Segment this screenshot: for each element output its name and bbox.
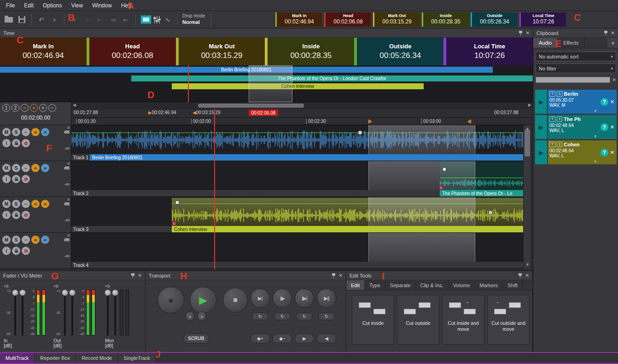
- sort-dropdown[interactable]: No automatic sort ▾: [536, 52, 616, 61]
- collapse-chevrons-icon[interactable]: «: [593, 135, 597, 137]
- fader-left[interactable]: [64, 289, 66, 335]
- zoom-preset-2-button[interactable]: 2: [12, 104, 19, 112]
- pan-curve-icon[interactable]: ılı: [41, 236, 49, 244]
- rewind-button[interactable]: «: [185, 312, 195, 321]
- mark-in-marker-icon[interactable]: [368, 119, 372, 124]
- tab-shift[interactable]: Shift: [503, 280, 523, 290]
- close-icon[interactable]: ✕: [138, 273, 142, 278]
- play-range-button[interactable]: ▶||: [317, 289, 336, 308]
- mixer-icon[interactable]: [154, 16, 160, 24]
- info-button[interactable]: i: [2, 247, 11, 255]
- pin-icon[interactable]: [604, 31, 608, 35]
- tab-separate[interactable]: Separate: [385, 280, 416, 290]
- pin-icon[interactable]: [332, 273, 336, 278]
- menu-item-edit[interactable]: Edit: [20, 1, 38, 10]
- pan-curve-icon[interactable]: ılı: [41, 128, 49, 136]
- remove-item-icon[interactable]: ✕: [610, 124, 615, 130]
- help-icon[interactable]: ?: [601, 98, 608, 106]
- ruler-marker-row[interactable]: 00:01:27.88 ▶00:02:46.94 ◀00:03:15.29 00…: [71, 109, 533, 117]
- scroll-down-icon[interactable]: ▼: [525, 262, 530, 267]
- loop-button[interactable]: ↻: [252, 312, 268, 320]
- play-over-cut-button[interactable]: |▶|: [295, 289, 314, 308]
- zoom-preset-1-button[interactable]: 1: [2, 104, 10, 112]
- remove-item-icon[interactable]: ✕: [610, 150, 615, 156]
- lock-icon[interactable]: [12, 139, 20, 147]
- forward-button[interactable]: »: [197, 312, 207, 321]
- clip-marker[interactable]: [443, 168, 446, 171]
- info-button[interactable]: i: [2, 211, 11, 219]
- lock-icon[interactable]: [12, 247, 20, 255]
- pin-icon[interactable]: [518, 273, 522, 278]
- overview-clip-berlin[interactable]: Berlin Briefing 20180801: [0, 67, 493, 73]
- timeline-ruler[interactable]: ◀ ▶ 00:01:27.88 ▶00:02:46.94 ◀00:03:15.2…: [71, 102, 533, 125]
- tab-effects[interactable]: Effects: [558, 38, 584, 48]
- vertical-scrollbar-thumb[interactable]: [525, 130, 530, 156]
- loop-button[interactable]: ↻: [274, 312, 291, 320]
- fader-right[interactable]: [71, 289, 73, 335]
- pin-icon[interactable]: [131, 273, 135, 278]
- clipboard-item[interactable]: ▶ T 1 Berlin 00:05:30.07 WAV, M « ? ✕: [535, 90, 617, 114]
- close-icon[interactable]: ✕: [611, 30, 615, 35]
- fader-knob[interactable]: [105, 289, 111, 296]
- close-icon[interactable]: ✕: [526, 30, 530, 35]
- menu-item-file[interactable]: File: [2, 1, 19, 10]
- cut-inside-and-move-button[interactable]: ← Cut inside and move: [442, 295, 484, 345]
- overview-visible-range[interactable]: [249, 65, 292, 102]
- workspace-tab-reporter-box[interactable]: Reporter Box: [35, 353, 76, 363]
- tab-volume[interactable]: Volume: [449, 280, 475, 290]
- undo-icon[interactable]: ↶: [36, 15, 47, 24]
- mute-button[interactable]: M: [2, 164, 11, 172]
- volume-curve-icon[interactable]: ılı: [31, 164, 40, 172]
- lock-icon[interactable]: [12, 211, 20, 219]
- menu-item-window[interactable]: Window: [88, 1, 116, 10]
- tab-markers[interactable]: Markers: [475, 280, 503, 290]
- collapse-button[interactable]: −: [22, 128, 30, 136]
- undo-caret-icon[interactable]: ▾: [49, 15, 59, 24]
- help-icon[interactable]: ?: [601, 149, 608, 156]
- solo-button[interactable]: S: [12, 128, 20, 136]
- next-marker-button[interactable]: ▶: [295, 334, 314, 343]
- menu-item-options[interactable]: Options: [39, 1, 66, 10]
- fader-knob[interactable]: [12, 289, 18, 296]
- play-icon[interactable]: ▶: [535, 140, 548, 164]
- drop-mode-selector[interactable]: Drop mode Normal: [182, 13, 205, 25]
- menu-item-view[interactable]: View: [67, 1, 87, 10]
- fader-left[interactable]: [14, 289, 16, 335]
- clip-title-bar[interactable]: The Phantom of the Opera Or - Lo: [440, 190, 523, 196]
- mute-button[interactable]: M: [2, 200, 11, 208]
- mute-button[interactable]: M: [2, 128, 11, 136]
- zoom-minus-button[interactable]: −: [48, 104, 56, 112]
- volume-curve-icon[interactable]: ılı: [31, 128, 40, 136]
- marker-remove-button[interactable]: ◆−: [273, 334, 292, 343]
- collapse-chevrons-icon[interactable]: «: [593, 110, 597, 112]
- overview-clip-phantom[interactable]: The Phantom of the Opera Or - London Cas…: [131, 75, 533, 81]
- tab-edit[interactable]: Edit: [346, 280, 365, 290]
- mute-button[interactable]: M: [2, 236, 11, 244]
- record-arm-button[interactable]: [22, 175, 30, 183]
- record-button[interactable]: ●: [157, 287, 184, 313]
- loop-button[interactable]: ↻: [318, 312, 335, 320]
- marker-add-button[interactable]: ◆+: [251, 334, 270, 343]
- loop-button[interactable]: ↻: [296, 312, 313, 320]
- pan-curve-icon[interactable]: ılı: [41, 164, 49, 172]
- close-icon[interactable]: ✕: [339, 273, 343, 278]
- arranger-overview[interactable]: Berlin Briefing 20180801 The Phantom of …: [0, 65, 533, 102]
- add-tab-button[interactable]: +: [607, 38, 618, 48]
- solo-button[interactable]: S: [12, 200, 20, 208]
- clip-marker[interactable]: ▿: [489, 211, 492, 214]
- fader-knob[interactable]: [62, 289, 68, 296]
- clip-marker[interactable]: ▿: [358, 131, 362, 134]
- fader-left[interactable]: [107, 289, 109, 335]
- info-button[interactable]: i: [2, 175, 11, 183]
- clipboard-item-body[interactable]: T 1 Cohen 00:02:48.64 WAV, L «: [548, 140, 597, 164]
- zoom-out-button[interactable]: −: [21, 104, 29, 112]
- pan-curve-icon[interactable]: ılı: [41, 200, 49, 208]
- horizontal-scrollbar-thumb[interactable]: [198, 104, 304, 108]
- collapse-button[interactable]: −: [22, 236, 30, 244]
- volume-curve-icon[interactable]: ılı: [31, 200, 40, 208]
- monitor-icon[interactable]: [140, 15, 152, 24]
- fader-knob[interactable]: [19, 289, 26, 296]
- tab-clip-ins[interactable]: Clip & Ins.: [415, 280, 448, 290]
- overview-playhead[interactable]: [188, 65, 189, 102]
- tab-type[interactable]: Type: [365, 280, 385, 290]
